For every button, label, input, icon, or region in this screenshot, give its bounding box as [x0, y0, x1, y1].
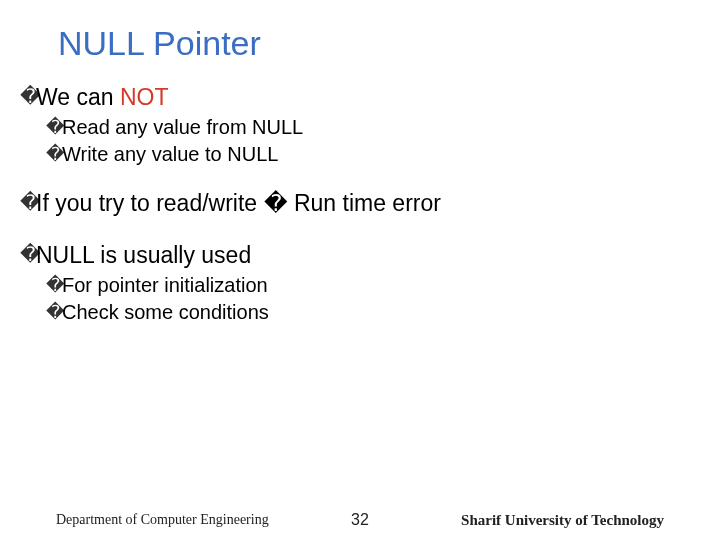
slide-title: NULL Pointer	[58, 24, 261, 63]
sub-item: � For pointer initialization	[46, 272, 680, 299]
bullet-1-text: We can NOT	[34, 82, 169, 112]
sub-text: Read any value from NULL	[60, 114, 303, 141]
sub-item: � Read any value from NULL	[46, 114, 680, 141]
bullet-glyph: �	[46, 299, 60, 325]
bullet-glyph: �	[20, 188, 34, 216]
bullet-1-subs: � Read any value from NULL � Write any v…	[46, 114, 680, 168]
bullet-glyph: �	[20, 82, 34, 110]
footer-left: Department of Computer Engineering	[56, 512, 269, 528]
bullet-3: � NULL is usually used	[20, 240, 680, 270]
bullet-glyph: �	[46, 141, 60, 167]
footer-right: Sharif University of Technology	[461, 512, 664, 529]
sub-text: Check some conditions	[60, 299, 269, 326]
bullet-1: � We can NOT	[20, 82, 680, 112]
bullet-3-subs: � For pointer initialization � Check som…	[46, 272, 680, 326]
bullet-2-text: If you try to read/write � Run time erro…	[34, 188, 441, 218]
bullet-glyph: �	[46, 114, 60, 140]
bullet-3-text: NULL is usually used	[34, 240, 251, 270]
bullet-glyph: �	[20, 240, 34, 268]
content-area: � We can NOT � Read any value from NULL …	[20, 82, 680, 346]
sub-text: Write any value to NULL	[60, 141, 278, 168]
sub-item: � Check some conditions	[46, 299, 680, 326]
sub-item: � Write any value to NULL	[46, 141, 680, 168]
bullet-glyph: �	[46, 272, 60, 298]
sub-text: For pointer initialization	[60, 272, 268, 299]
bullet-2: � If you try to read/write � Run time er…	[20, 188, 680, 218]
